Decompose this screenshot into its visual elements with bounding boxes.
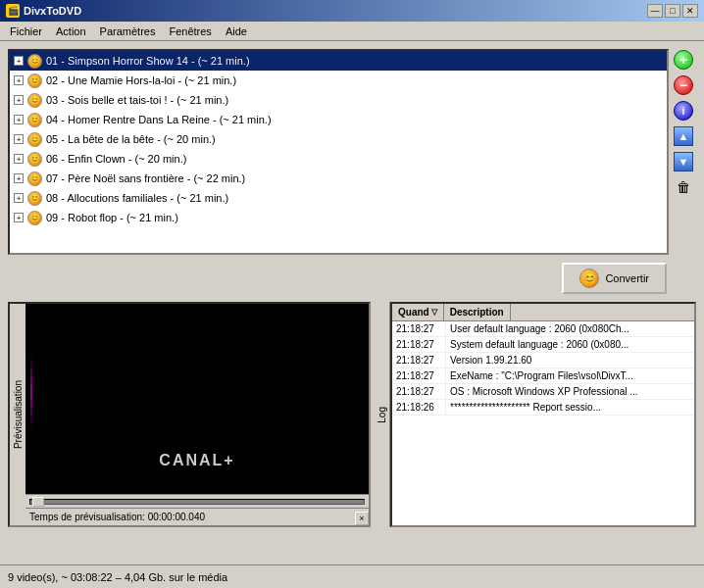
log-col-desc[interactable]: Description — [444, 304, 511, 320]
list-item[interactable]: + 😊 01 - Simpson Horror Show 14 - (~ 21 … — [10, 51, 667, 71]
expand-btn[interactable]: + — [14, 95, 24, 105]
preview-time-value: 00:00:00.040 — [148, 512, 205, 522]
log-when-label: Quand — [398, 307, 429, 318]
disc-icon: 😊 — [27, 191, 42, 206]
file-label: 01 - Simpson Horror Show 14 - (~ 21 min.… — [46, 55, 250, 67]
log-label-container: Log — [375, 302, 390, 527]
menu-action[interactable]: Action — [50, 24, 92, 38]
file-label: 07 - Père Noël sans frontière - (~ 22 mi… — [46, 172, 245, 184]
file-label: 02 - Une Mamie Hors-la-loi - (~ 21 min.) — [46, 74, 236, 86]
expand-btn[interactable]: + — [14, 75, 24, 85]
menu-aide[interactable]: Aide — [220, 24, 253, 38]
add-button[interactable]: + — [673, 49, 694, 71]
menu-parametres[interactable]: Paramètres — [94, 24, 162, 38]
preview-pink-line — [30, 353, 32, 431]
info-button[interactable]: i — [673, 100, 694, 122]
disc-icon: 😊 — [27, 74, 42, 88]
disc-icon: 😊 — [27, 172, 42, 186]
log-description: User default language : 2060 (0x080Ch... — [446, 321, 694, 336]
log-time: 21:18:26 — [392, 400, 446, 415]
list-item[interactable]: + 😊 06 - Enfin Clown - (~ 20 min.) — [10, 149, 667, 169]
log-time: 21:18:27 — [392, 368, 446, 383]
preview-panel: Prévisualisation CANAL+ Temps de prévisu… — [8, 302, 371, 527]
file-label: 06 - Enfin Clown - (~ 20 min.) — [46, 153, 186, 165]
convert-area: 😊 Convertir — [8, 263, 667, 294]
file-label: 08 - Allocutions familiales - (~ 21 min.… — [46, 192, 228, 204]
expand-btn[interactable]: + — [14, 193, 24, 203]
list-item[interactable]: + 😊 03 - Sois belle et tais-toi ! - (~ 2… — [10, 90, 667, 110]
arrow-down-icon: ▼ — [674, 152, 693, 172]
file-list[interactable]: + 😊 01 - Simpson Horror Show 14 - (~ 21 … — [8, 49, 669, 255]
titlebar: 🎬 DivxToDVD — □ ✕ — [0, 0, 704, 22]
log-panel-wrapper: Log Quand ▽ Description 21:18:27 User de… — [375, 302, 696, 527]
log-entries: 21:18:27 User default language : 2060 (0… — [392, 321, 694, 525]
log-entry: 21:18:27 Version 1.99.21.60 — [392, 353, 694, 368]
seekbar-track[interactable] — [29, 499, 365, 505]
window-title: DivxToDVD — [24, 5, 81, 17]
log-time: 21:18:27 — [392, 384, 446, 399]
expand-btn[interactable]: + — [14, 213, 24, 222]
preview-label-container: Prévisualisation — [10, 304, 25, 525]
move-up-button[interactable]: ▲ — [673, 125, 694, 147]
move-down-button[interactable]: ▼ — [673, 151, 694, 172]
list-item[interactable]: + 😊 05 - La bête de la bête - (~ 20 min.… — [10, 129, 667, 149]
add-icon: + — [674, 50, 693, 70]
remove-button[interactable]: − — [673, 74, 694, 96]
minimize-button[interactable]: — — [647, 4, 663, 18]
convert-button[interactable]: 😊 Convertir — [562, 263, 667, 294]
titlebar-buttons: — □ ✕ — [647, 4, 698, 18]
expand-btn[interactable]: + — [14, 134, 24, 144]
log-entry: 21:18:27 OS : Microsoft Windows XP Profe… — [392, 384, 694, 400]
preview-seekbar[interactable] — [25, 494, 369, 508]
disc-icon: 😊 — [27, 152, 42, 167]
log-description: System default language : 2060 (0x080... — [446, 337, 694, 352]
close-button[interactable]: ✕ — [682, 4, 698, 18]
log-time: 21:18:27 — [392, 337, 446, 352]
list-item[interactable]: + 😊 07 - Père Noël sans frontière - (~ 2… — [10, 169, 667, 188]
file-label: 09 - Robot flop - (~ 21 min.) — [46, 212, 178, 223]
sidebar-buttons: + − i ▲ ▼ 🗑 — [673, 49, 696, 255]
delete-button[interactable]: 🗑 — [673, 176, 694, 198]
convert-label: Convertir — [605, 272, 649, 284]
log-header: Quand ▽ Description — [392, 304, 694, 321]
expand-btn[interactable]: + — [14, 56, 24, 66]
sort-indicator: ▽ — [431, 308, 437, 317]
remove-icon: − — [674, 75, 693, 95]
expand-btn[interactable]: + — [14, 173, 24, 183]
log-time: 21:18:27 — [392, 353, 446, 368]
menubar: Fichier Action Paramètres Fenêtres Aide — [0, 22, 704, 41]
preview-time-label: Temps de prévisualisation: — [29, 512, 145, 522]
expand-btn[interactable]: + — [14, 154, 24, 164]
log-entry: 21:18:27 System default language : 2060 … — [392, 337, 694, 353]
log-col-when[interactable]: Quand ▽ — [392, 304, 444, 320]
app-icon: 🎬 — [6, 4, 20, 18]
menu-fenetres[interactable]: Fenêtres — [163, 24, 217, 38]
info-icon: i — [674, 101, 693, 121]
log-description: ExeName : "C:\Program Files\vsol\DivxT..… — [446, 368, 694, 383]
preview-label: Prévisualisation — [13, 380, 24, 449]
trash-icon: 🗑 — [674, 177, 693, 197]
main-content: + 😊 01 - Simpson Horror Show 14 - (~ 21 … — [0, 41, 704, 564]
titlebar-left: 🎬 DivxToDVD — [6, 4, 81, 18]
list-item[interactable]: + 😊 02 - Une Mamie Hors-la-loi - (~ 21 m… — [10, 71, 667, 90]
list-item[interactable]: + 😊 04 - Homer Rentre Dans La Reine - (~… — [10, 110, 667, 129]
disc-icon: 😊 — [27, 93, 42, 108]
bottom-panels: Prévisualisation CANAL+ Temps de prévisu… — [8, 302, 696, 527]
preview-video: CANAL+ — [25, 304, 369, 494]
log-desc-label: Description — [450, 307, 504, 318]
file-list-container: + 😊 01 - Simpson Horror Show 14 - (~ 21 … — [8, 49, 696, 255]
arrow-up-icon: ▲ — [674, 126, 693, 146]
list-item[interactable]: + 😊 08 - Allocutions familiales - (~ 21 … — [10, 188, 667, 208]
expand-btn[interactable]: + — [14, 115, 24, 124]
maximize-button[interactable]: □ — [665, 4, 680, 18]
disc-icon: 😊 — [27, 211, 42, 225]
log-panel: Quand ▽ Description 21:18:27 User defaul… — [390, 302, 696, 527]
seekbar-thumb[interactable] — [32, 497, 44, 507]
log-time: 21:18:27 — [392, 321, 446, 336]
convert-icon: 😊 — [579, 269, 599, 288]
menu-fichier[interactable]: Fichier — [4, 24, 48, 38]
status-text: 9 video(s), ~ 03:08:22 – 4,04 Gb. sur le… — [8, 571, 227, 583]
list-item[interactable]: + 😊 09 - Robot flop - (~ 21 min.) — [10, 208, 667, 227]
preview-close-button[interactable]: × — [355, 512, 369, 525]
preview-time: Temps de prévisualisation: 00:00:00.040 — [25, 508, 369, 525]
